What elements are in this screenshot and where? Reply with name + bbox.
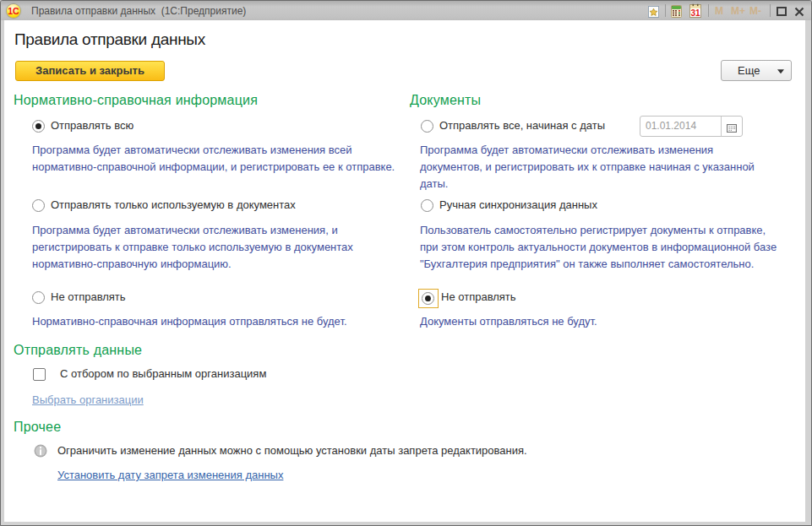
svg-text:31: 31 (690, 8, 700, 18)
